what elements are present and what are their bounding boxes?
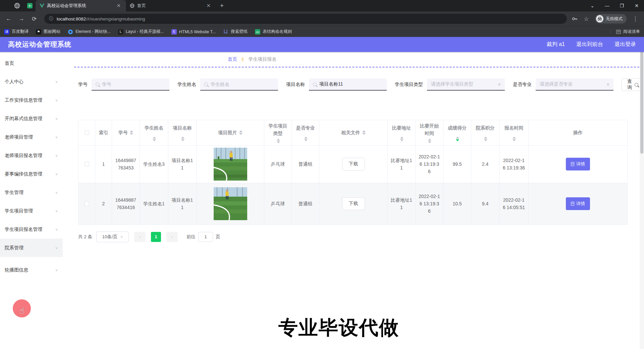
back-icon[interactable]: ← xyxy=(3,13,14,24)
breadcrumb-home-link[interactable]: 首页 xyxy=(228,56,237,62)
new-tab-button[interactable]: + xyxy=(215,2,228,9)
sidebar-item-student-project-signup[interactable]: 学生项目报名管理∨ xyxy=(0,220,63,239)
logout-link[interactable]: 退出登录 xyxy=(614,41,636,48)
page-size-select[interactable]: 10条/页 ∨ xyxy=(96,232,129,242)
sidebar-item-teacher-project[interactable]: 老师项目管理∨ xyxy=(0,128,63,146)
close-button[interactable]: ✕ xyxy=(629,0,644,11)
sort-icon[interactable] xyxy=(239,130,243,135)
bookmark-item[interactable]: 译百度翻译 xyxy=(4,29,29,35)
bookmark-item[interactable]: 5HTML5 Website T... xyxy=(171,29,216,35)
cell-actions: 详情 xyxy=(529,146,627,183)
prev-page-button[interactable]: ‹ xyxy=(134,232,146,242)
col-label: 成绩得分 xyxy=(448,124,467,132)
reading-list-button[interactable]: 阅读清单 xyxy=(610,29,640,35)
tab-close-icon[interactable]: ✕ xyxy=(115,3,122,9)
col-index[interactable]: 索引 xyxy=(95,120,112,145)
goto-page-input[interactable] xyxy=(198,232,213,242)
sort-icon[interactable] xyxy=(484,137,487,141)
sort-icon[interactable] xyxy=(277,139,280,143)
sort-icon[interactable] xyxy=(130,130,133,135)
scrollbar-thumb[interactable] xyxy=(640,43,643,154)
detail-button[interactable]: 详情 xyxy=(566,158,590,170)
tab-active[interactable]: 高校运动会管理系统 ✕ xyxy=(36,0,125,11)
sidebar-item-teacher-project-signup[interactable]: 老师项目报名管理∨ xyxy=(0,146,63,165)
project-name-input[interactable] xyxy=(319,82,383,87)
bookmark-star-icon[interactable]: ☆ xyxy=(581,13,592,24)
sidebar-item-student-project[interactable]: 学生项目管理∨ xyxy=(0,202,63,220)
col-label: 是否专业 xyxy=(296,124,315,132)
project-type-select[interactable]: 请选择学生项目类型 ∨ xyxy=(427,79,505,91)
reload-icon[interactable]: ⟳ xyxy=(29,13,40,24)
col-dept-points[interactable]: 院系积分 xyxy=(471,120,499,145)
select-all-checkbox[interactable] xyxy=(85,130,89,135)
sidebar-item-personal-center[interactable]: 个人中心∨ xyxy=(0,72,63,91)
field-label: 学号 xyxy=(78,82,88,88)
sidebar-item-work-arrangement[interactable]: 工作安排信息管理∨ xyxy=(0,91,63,109)
row-checkbox[interactable] xyxy=(85,162,89,166)
sort-icon[interactable] xyxy=(362,130,366,135)
download-button[interactable]: 下载 xyxy=(342,158,365,170)
student-name-input[interactable] xyxy=(211,82,274,87)
sidebar-item-event-schedule[interactable]: 赛事编排信息管理∨ xyxy=(0,165,63,183)
col-match-start-time[interactable]: 比赛开始时间 xyxy=(416,120,443,145)
select-placeholder: 请选择是否专业 xyxy=(540,81,573,87)
bookmark-item[interactable]: 表结构命名规则 xyxy=(255,29,292,35)
col-is-pro[interactable]: 是否专业 xyxy=(292,120,319,145)
sidebar-item-student-management[interactable]: 学生管理∨ xyxy=(0,183,63,202)
col-related-file[interactable]: 相关文件 xyxy=(319,120,388,145)
col-signup-time[interactable]: 报名时间 xyxy=(499,120,529,145)
tab-inactive[interactable]: 首页 ✕ xyxy=(125,0,215,11)
exit-front-link[interactable]: 退出到前台 xyxy=(576,41,603,48)
sort-icon[interactable] xyxy=(181,137,184,141)
incognito-badge[interactable]: 无痕模式 xyxy=(595,14,627,23)
sort-icon[interactable] xyxy=(513,137,516,141)
bookmark-item[interactable]: 凵搜索壁纸 xyxy=(223,29,248,35)
minimize-button[interactable]: — xyxy=(600,0,614,11)
menu-kebab-icon[interactable]: ⋮ xyxy=(630,13,641,24)
field-label: 是否专业 xyxy=(513,82,532,88)
site-info-icon[interactable]: ⓘ xyxy=(49,16,53,22)
browser-toolbar: ← → ⟳ ⓘ localhost:8082/#/xueshengxiangmu… xyxy=(0,11,644,26)
cell-is-pro: 普通组 xyxy=(292,146,319,183)
page-number-active[interactable]: 1 xyxy=(151,232,161,242)
sidebar-item-label: 学生项目报名管理 xyxy=(5,227,42,233)
download-button[interactable]: 下载 xyxy=(342,197,365,210)
col-project-name[interactable]: 项目名称 xyxy=(168,120,197,145)
pinned-tab[interactable] xyxy=(24,1,36,10)
key-icon[interactable] xyxy=(572,16,578,22)
bookmark-item[interactable]: LLayui - 经典开源模... xyxy=(118,29,164,35)
chevron-down-icon: ∨ xyxy=(55,191,58,194)
sidebar-item-ceremony-info[interactable]: 开闭幕式信息管理∨ xyxy=(0,109,63,128)
col-student-name[interactable]: 学生姓名 xyxy=(140,120,168,145)
project-photo-image[interactable] xyxy=(214,148,247,181)
sidebar-item-carousel-info[interactable]: 轮播图信息∨ xyxy=(0,261,63,279)
cell-index: 1 xyxy=(95,146,112,183)
globe-icon[interactable] xyxy=(13,1,21,10)
sidebar-item-home[interactable]: 首页 xyxy=(0,54,63,72)
col-project-type[interactable]: 学生项目类型 xyxy=(264,120,292,145)
address-bar[interactable]: ⓘ localhost:8082/#/xueshengxiangmubaomin… xyxy=(44,14,567,24)
sort-icon[interactable] xyxy=(428,139,431,143)
sidebar-item-department-management[interactable]: 院系管理∨ xyxy=(0,239,63,257)
col-match-address[interactable]: 比赛地址 xyxy=(388,120,416,145)
is-pro-select[interactable]: 请选择是否专业 ∨ xyxy=(536,79,613,91)
student-no-input[interactable] xyxy=(102,82,165,87)
row-checkbox[interactable] xyxy=(85,201,89,206)
restore-button[interactable]: ❐ xyxy=(614,0,629,11)
tab-close-icon[interactable]: ✕ xyxy=(205,3,212,9)
detail-button[interactable]: 详情 xyxy=(566,197,590,210)
col-student-no[interactable]: 学号 xyxy=(112,120,140,145)
bookmark-item[interactable]: ⚑图标网站 xyxy=(36,29,60,35)
sort-icon-active[interactable] xyxy=(456,137,459,141)
forward-icon[interactable]: → xyxy=(16,13,27,24)
page-scrollbar[interactable] xyxy=(640,37,644,349)
bookmark-item[interactable]: Element - 网站快... xyxy=(68,29,111,35)
project-photo-image[interactable] xyxy=(214,187,247,220)
sort-icon[interactable] xyxy=(304,137,308,141)
next-page-button[interactable]: › xyxy=(166,232,178,242)
col-score[interactable]: 成绩得分 xyxy=(443,120,471,145)
col-project-photo[interactable]: 项目照片 xyxy=(197,120,264,145)
tab-search-icon[interactable]: ⌄ xyxy=(585,0,600,11)
sort-icon[interactable] xyxy=(153,137,156,141)
sort-icon[interactable] xyxy=(400,137,404,141)
